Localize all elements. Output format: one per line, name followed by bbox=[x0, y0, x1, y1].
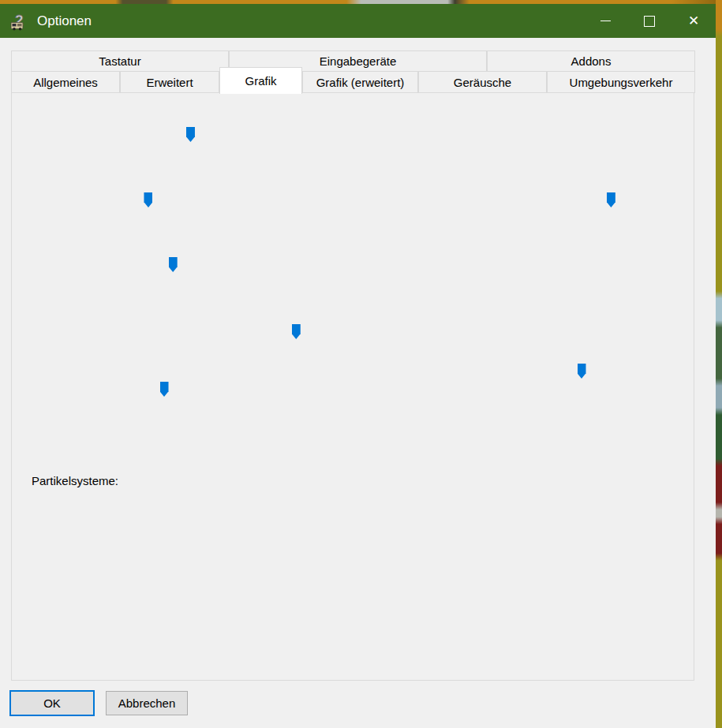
tab-label: Umgebungsverkehr bbox=[570, 76, 673, 89]
minimize-icon bbox=[600, 21, 611, 22]
tab-label: Erweitert bbox=[146, 76, 193, 89]
ok-button-label: OK bbox=[43, 696, 61, 710]
tab-geraeusche[interactable]: Geräusche bbox=[418, 71, 547, 93]
partikelsysteme-group-label: Partikelsysteme: bbox=[28, 474, 122, 487]
title-bar[interactable]: 2 Optionen ✕ bbox=[0, 4, 716, 38]
tab-umgebungsverkehr[interactable]: Umgebungsverkehr bbox=[547, 71, 695, 93]
tab-label: Addons bbox=[571, 54, 612, 68]
abbrechen-button[interactable]: Abbrechen bbox=[106, 691, 188, 715]
tab-label: Grafik bbox=[245, 74, 276, 88]
close-icon: ✕ bbox=[688, 14, 699, 28]
maximize-button[interactable] bbox=[627, 4, 671, 38]
tab-label: Allgemeines bbox=[33, 76, 98, 89]
tab-grafik-erweitert[interactable]: Grafik (erweitert) bbox=[302, 71, 418, 93]
tab-label: Geräusche bbox=[454, 76, 511, 89]
tab-label: Grafik (erweitert) bbox=[316, 76, 405, 89]
close-button[interactable]: ✕ bbox=[671, 4, 716, 38]
tab-erweitert[interactable]: Erweitert bbox=[120, 71, 219, 93]
minimize-button[interactable] bbox=[583, 4, 627, 38]
omsi-app-icon: 2 bbox=[9, 11, 30, 32]
tab-grafik-active[interactable]: Grafik bbox=[219, 67, 302, 94]
abbrechen-button-label: Abbrechen bbox=[118, 696, 176, 710]
options-dialog: 2 Optionen ✕ Tastatur Eingabegeräte Addo… bbox=[0, 0, 722, 728]
tab-addons[interactable]: Addons bbox=[487, 50, 695, 72]
ok-button[interactable]: OK bbox=[9, 690, 95, 716]
desktop-background-sliver-right bbox=[716, 0, 722, 728]
tab-label: Eingabegeräte bbox=[320, 54, 397, 68]
tab-tastatur[interactable]: Tastatur bbox=[11, 50, 229, 72]
tab-label: Tastatur bbox=[99, 54, 140, 68]
tab-allgemeines[interactable]: Allgemeines bbox=[11, 71, 120, 93]
maximize-icon bbox=[644, 16, 655, 27]
window-title: Optionen bbox=[37, 13, 92, 29]
grafik-tab-page bbox=[11, 92, 694, 681]
